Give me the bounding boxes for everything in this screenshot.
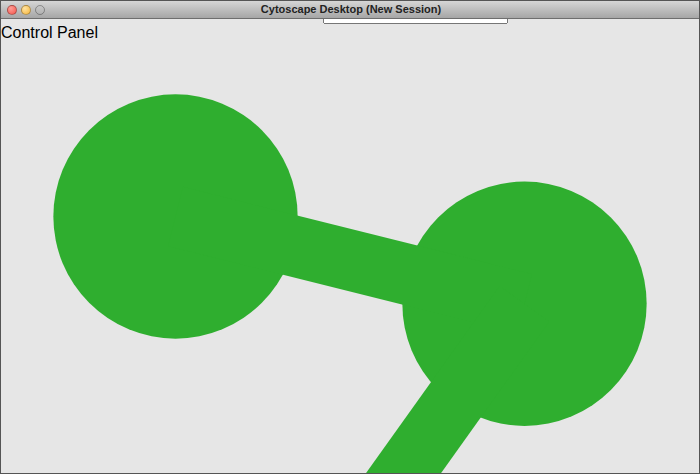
control-panel-tabs: Network Mosaic ▶ xyxy=(1,42,699,474)
tab-network[interactable]: Network xyxy=(1,42,699,474)
network-tab-icon xyxy=(1,42,699,474)
control-panel: Control Panel Network Mosaic ▶ Node colo… xyxy=(1,24,699,474)
cytoscape-window: Cytoscape Desktop (New Session) xyxy=(0,0,700,474)
window-titlebar: Cytoscape Desktop (New Session) xyxy=(1,1,700,19)
control-panel-title: Control Panel xyxy=(1,24,98,41)
window-title: Cytoscape Desktop (New Session) xyxy=(1,3,700,15)
control-panel-header: Control Panel xyxy=(1,24,699,42)
main-area: Control Panel Network Mosaic ▶ Node colo… xyxy=(1,24,699,474)
